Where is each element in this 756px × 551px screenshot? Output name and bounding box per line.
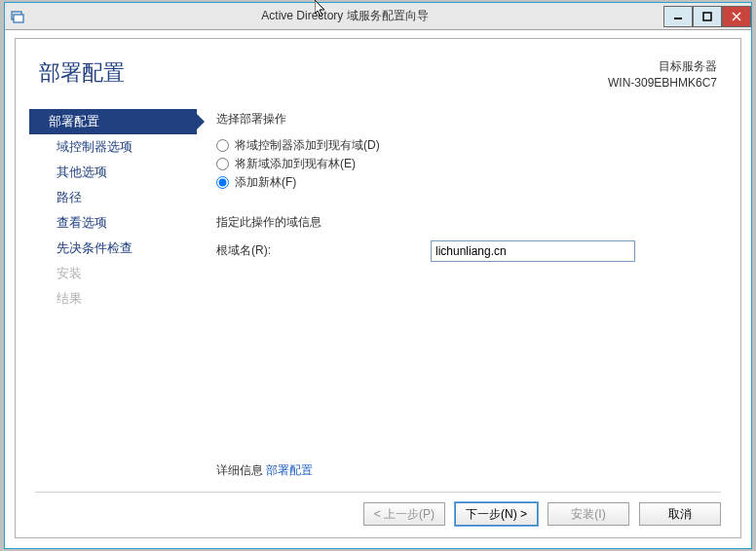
window-controls [663,6,751,27]
domain-info-label: 指定此操作的域信息 [216,214,717,231]
wizard-window: Active Directory 域服务配置向导 部署配置 目标服务器 WIN-… [4,2,752,549]
button-bar: < 上一步(P) 下一步(N) > 安装(I) 取消 [35,492,721,526]
maximize-button[interactable] [693,6,722,27]
radio-label-2: 将新域添加到现有林(E) [235,156,356,172]
radio-input-3[interactable] [216,176,229,189]
svg-rect-3 [703,13,711,20]
sidebar-item-other-options[interactable]: 其他选项 [29,160,197,185]
sidebar-item-paths[interactable]: 路径 [29,185,197,210]
radio-add-domain-existing-forest[interactable]: 将新域添加到现有林(E) [216,156,717,172]
radio-label-1: 将域控制器添加到现有域(D) [235,137,380,154]
radio-add-dc-existing-domain[interactable]: 将域控制器添加到现有域(D) [216,137,717,154]
radio-add-new-forest[interactable]: 添加新林(F) [216,174,717,191]
sidebar-item-deployment-config[interactable]: 部署配置 [29,109,197,134]
root-domain-label: 根域名(R): [216,242,431,259]
root-domain-row: 根域名(R): [216,240,717,262]
next-button[interactable]: 下一步(N) > [455,502,538,526]
target-server-name: WIN-309EBHMK6C7 [608,75,717,92]
target-server-label: 目标服务器 [608,58,717,75]
sidebar-item-dc-options[interactable]: 域控制器选项 [29,134,197,160]
sidebar-item-install: 安装 [29,261,197,286]
radio-input-1[interactable] [216,139,229,152]
svg-rect-1 [14,15,23,22]
previous-button: < 上一步(P) [363,502,445,526]
cancel-button[interactable]: 取消 [639,502,721,526]
radio-label-3: 添加新林(F) [235,174,296,191]
root-domain-input[interactable] [431,240,635,262]
minimize-button[interactable] [663,6,693,27]
app-icon [11,10,26,23]
page-title: 部署配置 [39,58,125,92]
install-button: 安装(I) [548,502,629,526]
radio-input-2[interactable] [216,158,229,170]
main-panel: 选择部署操作 将域控制器添加到现有域(D) 将新域添加到现有林(E) 添加新林(… [197,99,727,489]
content-frame: 部署配置 目标服务器 WIN-309EBHMK6C7 部署配置 域控制器选项 其… [15,38,741,538]
close-button[interactable] [722,6,751,27]
target-server-info: 目标服务器 WIN-309EBHMK6C7 [608,58,717,92]
more-info-label: 详细信息 [216,463,263,477]
domain-info-section: 指定此操作的域信息 根域名(R): [216,214,717,262]
select-operation-label: 选择部署操作 [216,111,717,128]
sidebar-item-results: 结果 [29,286,197,312]
header: 部署配置 目标服务器 WIN-309EBHMK6C7 [16,39,740,99]
body: 部署配置 域控制器选项 其他选项 路径 查看选项 先决条件检查 安装 结果 选择… [16,99,740,489]
sidebar-item-prereq-check[interactable]: 先决条件检查 [29,236,197,261]
titlebar-text: Active Directory 域服务配置向导 [26,8,663,24]
sidebar-item-review-options[interactable]: 查看选项 [29,210,197,236]
titlebar: Active Directory 域服务配置向导 [5,3,751,30]
sidebar: 部署配置 域控制器选项 其他选项 路径 查看选项 先决条件检查 安装 结果 [29,99,197,489]
more-info-row: 详细信息 部署配置 [216,462,313,479]
more-info-link[interactable]: 部署配置 [266,463,313,477]
